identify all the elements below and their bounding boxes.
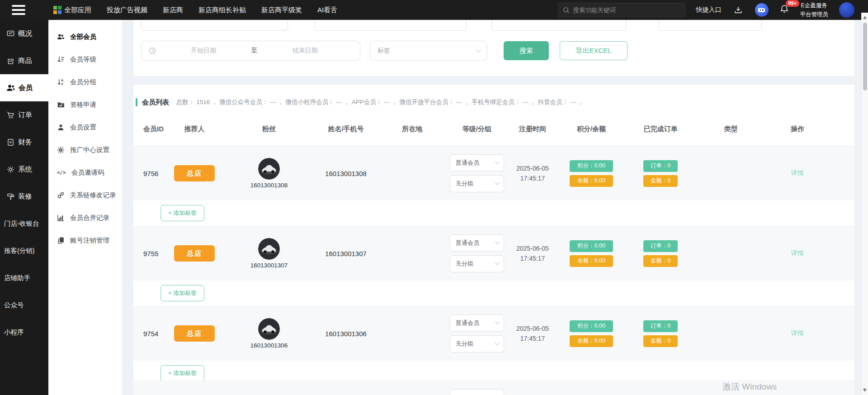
detail-link[interactable]: 详情 <box>791 169 804 177</box>
accent-bar <box>136 98 137 106</box>
menu-item-label: 全部应用 <box>64 6 91 14</box>
level-select[interactable] <box>450 389 504 395</box>
filter-input-cropped-2[interactable] <box>315 20 467 31</box>
topbar: 全部应用 投放广告视频 新店商 新店商组长补贴 新店商平级奖 AI看舌 快捷入口… <box>0 0 868 20</box>
user-avatar[interactable] <box>839 2 854 18</box>
chevron-down-icon <box>495 260 500 265</box>
notification-count-badge: 99+ <box>786 0 800 7</box>
sidebar-item-overview[interactable]: 概况 <box>0 20 48 47</box>
export-excel-button[interactable]: 导出EXCEL <box>560 41 627 60</box>
start-date-placeholder: 开始日期 <box>156 47 251 55</box>
group-select[interactable]: 无分组 <box>450 255 504 272</box>
hamburger-menu-icon[interactable] <box>12 5 27 15</box>
fans-phone: 16013001306 <box>250 342 288 349</box>
detail-link[interactable]: 详情 <box>791 249 804 257</box>
menu-item-peer-award[interactable]: 新店商平级奖 <box>261 6 302 14</box>
page-scrollbar[interactable] <box>861 13 868 395</box>
tag-row: + 添加标签 <box>133 281 854 306</box>
level-group-cell: 普通会员 无分组 <box>450 154 504 192</box>
level-select[interactable]: 普通会员 <box>450 154 504 171</box>
add-tag-button[interactable]: + 添加标签 <box>160 365 204 381</box>
search-input[interactable] <box>573 7 680 14</box>
search-button[interactable]: 搜索 <box>504 41 549 60</box>
filter-input-cropped-1[interactable] <box>141 20 288 31</box>
submenu-item-merge-log[interactable]: 会员合并记录 <box>48 206 122 229</box>
notifications-bell[interactable]: 99+ <box>779 4 789 16</box>
sidebar-item-decorate[interactable]: 装修 <box>0 183 48 210</box>
submenu-item-promotion-center[interactable]: 推广中心设置 <box>48 138 122 161</box>
fans-phone: 16013001308 <box>250 182 288 189</box>
submenu-item-member-group[interactable]: AZ 会员分组 <box>48 71 122 93</box>
topbar-right: 快捷入口 99+ E企盈服务 平台管理员 <box>558 0 855 20</box>
register-time-cell: 2025-06-0517:45:17 <box>516 163 549 184</box>
chevron-down-icon <box>495 180 500 185</box>
sidebar-item-shop-assistant[interactable]: 店铺助手 <box>0 264 48 291</box>
car-avatar[interactable] <box>258 318 280 340</box>
group-select[interactable]: 无分组 <box>450 335 504 352</box>
svg-text:A: A <box>61 79 63 82</box>
cart-icon <box>6 111 15 119</box>
robot-assistant-icon[interactable] <box>755 3 769 17</box>
sidebar-item-pos[interactable]: 门店-收银台 <box>0 210 48 237</box>
table-header: 会员ID 推荐人 粉丝 姓名/手机号 所在地 等级/分组 注册时间 积分/余额 … <box>133 121 854 137</box>
clock-icon <box>149 47 156 54</box>
add-tag-button[interactable]: + 添加标签 <box>160 205 204 221</box>
sidebar-item-goods[interactable]: 商品 <box>0 47 48 74</box>
sidebar-item-finance[interactable]: ¥ 财务 <box>0 128 48 156</box>
menu-item-all-apps[interactable]: 全部应用 <box>53 6 91 14</box>
submenu-item-qualification[interactable]: 资格申请 <box>48 93 122 116</box>
filter-input-cropped-3[interactable] <box>491 20 626 31</box>
scrollbar-thumb[interactable] <box>863 23 867 90</box>
date-range-picker[interactable]: 开始日期 至 结束日期 <box>141 41 360 61</box>
sidebar-item-distribution[interactable]: 推客(分销) <box>0 237 48 264</box>
tag-filter-select[interactable]: 标签 <box>370 41 487 61</box>
code-icon: </> <box>57 170 66 176</box>
member-name-phone: 16013001308 <box>325 170 367 177</box>
sidebar-item-members[interactable]: 会员 <box>0 74 48 101</box>
amount-badge: 金额：0 <box>643 175 678 187</box>
chevron-down-icon <box>495 239 500 244</box>
topbar-search-box[interactable] <box>558 3 685 17</box>
member-submenu: 全部会员 会员等级 AZ 会员分组 资格申请 会员设置 推广中心设置 </> 会… <box>48 20 122 395</box>
add-tag-button[interactable]: + 添加标签 <box>160 285 204 301</box>
sidebar-item-official-account[interactable]: 公众号 <box>0 291 48 319</box>
finance-icon: ¥ <box>6 138 15 147</box>
filter-input-cropped-4[interactable] <box>659 20 762 31</box>
level-select[interactable]: 普通会员 <box>450 234 504 252</box>
amount-badge: 金额：0 <box>643 255 678 267</box>
sort-az-icon: AZ <box>57 78 65 86</box>
sidebar-item-orders[interactable]: 订单 <box>0 101 48 128</box>
level-select[interactable]: 普通会员 <box>450 314 504 332</box>
menu-item-new-shop[interactable]: 新店商 <box>163 6 183 14</box>
car-avatar[interactable] <box>258 158 280 180</box>
points-badge: 积分：0.00 <box>570 320 613 332</box>
submenu-item-relation-log[interactable]: 关系链修改记录 <box>48 184 122 206</box>
detail-link[interactable]: 详情 <box>791 329 804 338</box>
car-avatar[interactable] <box>258 238 280 260</box>
table-row: 9755 总店 16013001307 16013001307 普通会员 无分组… <box>133 226 854 306</box>
tag-row: + 添加标签 <box>133 200 854 226</box>
menu-item-leader-subsidy[interactable]: 新店商组长补贴 <box>198 6 246 14</box>
table-row-partial <box>133 381 854 395</box>
group-select[interactable]: 无分组 <box>450 175 504 192</box>
scroll-up-arrow[interactable] <box>863 16 867 19</box>
menu-item-ai-tongue[interactable]: AI看舌 <box>317 6 337 14</box>
chevron-down-icon <box>495 159 500 164</box>
chain-link-icon <box>57 191 65 199</box>
submenu-item-member-settings[interactable]: 会员设置 <box>48 116 122 138</box>
quick-entry-link[interactable]: 快捷入口 <box>696 6 722 14</box>
scroll-down-arrow[interactable] <box>863 389 867 392</box>
download-icon[interactable] <box>732 4 744 16</box>
submenu-item-invite-code[interactable]: </> 会员邀请码 <box>48 161 122 184</box>
register-time-cell: 2025-06-0517:45:17 <box>516 324 549 344</box>
list-summary: 总数： 1516 ， 微信公众号会员： --- ， 微信小程序会员： --- ，… <box>176 98 584 106</box>
submenu-item-all-members[interactable]: 全部会员 <box>48 25 122 48</box>
points-badge: 积分：0.00 <box>570 160 613 172</box>
sidebar-item-mini-program[interactable]: 小程序 <box>0 319 48 346</box>
sidebar-item-system[interactable]: 系统 <box>0 156 48 183</box>
member-name-phone: 16013001307 <box>325 250 367 257</box>
submenu-item-member-level[interactable]: 会员等级 <box>48 48 122 71</box>
submenu-item-account-cancellation[interactable]: 账号注销管理 <box>48 229 122 252</box>
menu-item-ad-video[interactable]: 投放广告视频 <box>107 6 147 14</box>
list-summary-row: 会员列表 总数： 1516 ， 微信公众号会员： --- ， 微信小程序会员： … <box>133 96 854 108</box>
